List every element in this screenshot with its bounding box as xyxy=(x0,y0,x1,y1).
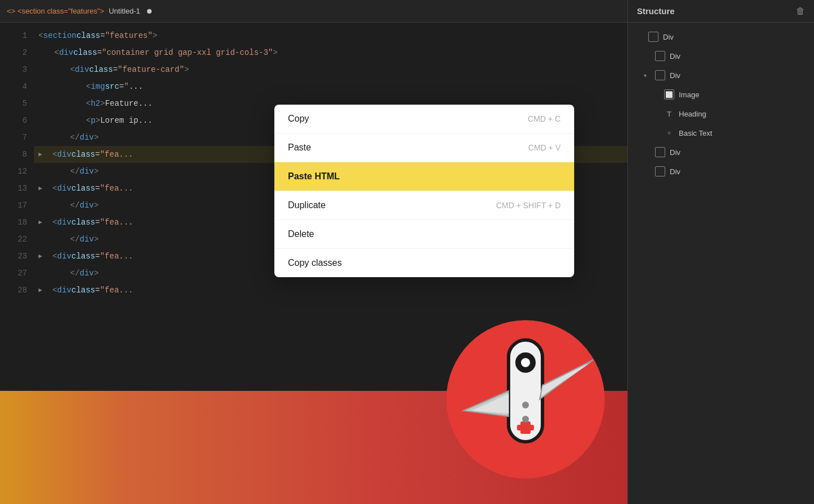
tree-item-div-3[interactable]: ▾ Div xyxy=(628,66,814,85)
tree-item-label: Div xyxy=(670,71,681,80)
tree-item-div-1[interactable]: Div xyxy=(628,27,814,46)
tab-filename: Untitled-1 xyxy=(109,7,140,15)
context-menu-duplicate-shortcut: CMD + SHIFT + D xyxy=(496,201,561,210)
context-menu: Copy CMD + C Paste CMD + V Paste HTML Du… xyxy=(274,105,574,277)
tree-item-heading[interactable]: T Heading xyxy=(628,104,814,123)
tree-item-label: Div xyxy=(663,33,674,41)
tree-item-image[interactable]: ⬜ Image xyxy=(628,85,814,104)
context-menu-paste-shortcut: CMD + V xyxy=(528,143,561,152)
context-menu-copy-classes-label: Copy classes xyxy=(288,258,342,268)
context-menu-delete-label: Delete xyxy=(288,229,314,239)
svg-point-10 xyxy=(522,402,529,408)
context-menu-paste-html[interactable]: Paste HTML xyxy=(274,162,574,191)
box-icon xyxy=(655,70,665,80)
tree-item-label: Div xyxy=(670,52,681,61)
svg-point-3 xyxy=(521,358,530,367)
box-icon xyxy=(655,51,665,61)
tree-item-label: Basic Text xyxy=(679,129,712,137)
context-menu-paste-html-label: Paste HTML xyxy=(288,171,340,182)
tree-item-basic-text[interactable]: ≡ Basic Text xyxy=(628,123,814,143)
image-icon: ⬜ xyxy=(664,89,674,100)
context-menu-delete[interactable]: Delete xyxy=(274,220,574,249)
structure-tree: Div Div ▾ Div ⬜ Image T Heading ≡ xyxy=(628,23,814,504)
panel-header: Structure 🗑 xyxy=(628,0,814,23)
svg-point-11 xyxy=(522,416,529,423)
tree-item-label: Image xyxy=(679,91,699,99)
tree-item-label: Div xyxy=(670,167,681,176)
context-menu-copy-classes[interactable]: Copy classes xyxy=(274,249,574,277)
context-menu-duplicate-label: Duplicate xyxy=(288,200,326,210)
tree-item-div-4[interactable]: Div xyxy=(628,143,814,162)
context-menu-copy[interactable]: Copy CMD + C xyxy=(274,105,574,133)
tree-item-div-2[interactable]: Div xyxy=(628,46,814,66)
chevron-down-icon: ▾ xyxy=(644,72,651,79)
structure-panel: Structure 🗑 Div Div ▾ Div ⬜ Image xyxy=(627,0,814,504)
trash-icon[interactable]: 🗑 xyxy=(796,6,805,16)
tree-item-div-5[interactable]: Div xyxy=(628,162,814,181)
knife-illustration xyxy=(441,312,610,481)
context-menu-paste-label: Paste xyxy=(288,143,311,153)
tree-item-label: Div xyxy=(670,148,681,157)
panel-title: Structure xyxy=(637,6,675,16)
text-icon: ≡ xyxy=(664,128,674,138)
heading-icon: T xyxy=(664,109,674,119)
tab-unsaved-dot xyxy=(147,9,152,14)
box-icon xyxy=(655,166,665,176)
tree-item-label: Heading xyxy=(679,110,706,118)
box-icon xyxy=(655,147,665,157)
context-menu-copy-shortcut: CMD + C xyxy=(528,114,561,123)
box-icon xyxy=(648,32,658,42)
svg-rect-7 xyxy=(520,421,531,434)
context-menu-copy-label: Copy xyxy=(288,114,309,124)
context-menu-paste[interactable]: Paste CMD + V xyxy=(274,133,574,162)
tab-breadcrumb: <> <section class="features"> xyxy=(7,7,104,15)
context-menu-duplicate[interactable]: Duplicate CMD + SHIFT + D xyxy=(274,191,574,220)
